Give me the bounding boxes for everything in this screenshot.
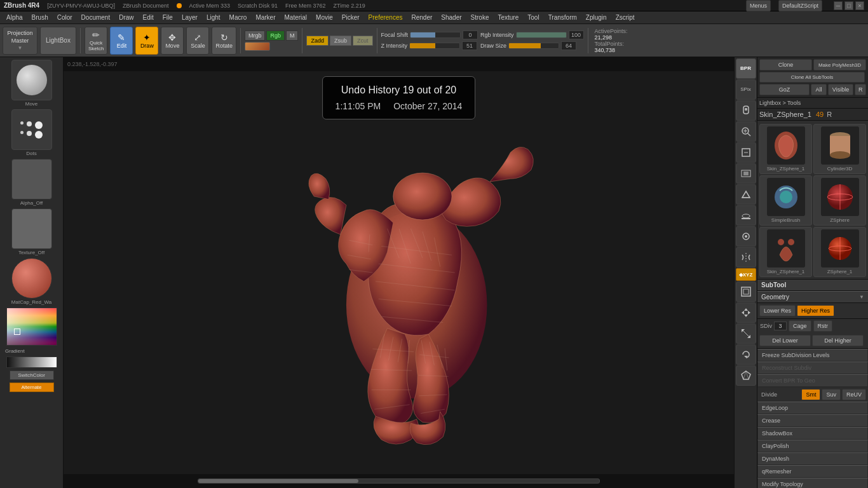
matcap-icon[interactable] xyxy=(11,258,52,299)
rgb-intensity-slider[interactable] xyxy=(516,32,567,38)
rotate-button[interactable]: ↻ Rotate xyxy=(212,27,236,55)
menu-movie[interactable]: Movie xyxy=(312,13,337,22)
menu-marker[interactable]: Marker xyxy=(252,13,279,22)
scale-vert-button[interactable] xyxy=(736,323,756,344)
all-button[interactable]: All xyxy=(811,84,827,95)
freeze-subdiv-button[interactable]: Freeze SubDivision Levels xyxy=(757,349,868,362)
local-button[interactable] xyxy=(736,226,756,247)
move-button[interactable]: ✥ Move xyxy=(161,27,184,55)
thumb-skin-zsphere-1a[interactable]: Skin_ZSphere_1 xyxy=(759,124,812,174)
menu-alpha[interactable]: Alpha xyxy=(3,13,27,22)
menu-document[interactable]: Document xyxy=(78,13,114,22)
higher-res-button[interactable]: Higher Res xyxy=(797,305,834,316)
spix-button[interactable]: SPix xyxy=(736,79,756,100)
menu-stroke[interactable]: Stroke xyxy=(467,13,493,22)
suv-button[interactable]: Suv xyxy=(822,389,841,400)
color-picker[interactable] xyxy=(6,308,57,346)
scale-button[interactable]: ⤢ Scale xyxy=(186,27,209,55)
draw-size-slider[interactable] xyxy=(508,43,559,49)
zcut-button[interactable]: Zcut xyxy=(353,36,373,46)
del-lower-button[interactable]: Del Lower xyxy=(759,335,811,346)
menu-color[interactable]: Color xyxy=(53,13,76,22)
alternate-button[interactable]: Alternate xyxy=(10,383,54,392)
move-tool-icon[interactable] xyxy=(11,60,52,100)
reuv-button[interactable]: ReUV xyxy=(842,389,866,400)
dynamesh-button[interactable]: DynaMesh xyxy=(757,452,868,465)
actual-button[interactable] xyxy=(736,142,756,163)
make-polymesh-button[interactable]: Make PolyMesh3D xyxy=(813,59,866,71)
maximize-btn[interactable]: □ xyxy=(844,1,853,10)
menu-zscript[interactable]: Zscript xyxy=(612,13,639,22)
thumb-cylinder3d[interactable]: Cylinder3D xyxy=(813,124,866,174)
floor-button[interactable] xyxy=(736,205,756,226)
aahalf-button[interactable] xyxy=(736,163,756,184)
menu-texture[interactable]: Texture xyxy=(494,13,522,22)
switch-color-button[interactable]: SwitchColor xyxy=(10,370,54,380)
menu-file[interactable]: File xyxy=(159,13,177,22)
clone-button[interactable]: Clone xyxy=(759,59,812,71)
thumb-zsphere[interactable]: ZSphere xyxy=(813,175,866,226)
draw-button[interactable]: ✦ Draw xyxy=(135,27,158,55)
menu-edit[interactable]: Edit xyxy=(139,13,158,22)
clone-all-subtools-button[interactable]: Clone All SubTools xyxy=(759,72,865,83)
menu-zplugin[interactable]: Zplugin xyxy=(582,13,611,22)
crease-button[interactable]: Crease xyxy=(757,414,868,427)
visible-button[interactable]: Visible xyxy=(828,84,853,95)
qremesher-button[interactable]: qRemesher xyxy=(757,465,868,478)
thumb-zsphere-1[interactable]: ZSphere_1 xyxy=(813,227,866,277)
z-intensity-slider[interactable] xyxy=(409,43,460,49)
menu-brush[interactable]: Brush xyxy=(28,13,52,22)
menu-render[interactable]: Render xyxy=(408,13,437,22)
lower-res-button[interactable]: Lower Res xyxy=(759,305,796,316)
shadowbox-button[interactable]: ShadowBox xyxy=(757,427,868,440)
rstr-button[interactable]: Rstr xyxy=(813,320,833,332)
zsub-button[interactable]: Zsub xyxy=(330,36,351,46)
menu-light[interactable]: Light xyxy=(203,13,224,22)
subtool-header[interactable]: SubTool xyxy=(757,280,868,291)
frame-button[interactable] xyxy=(736,281,756,302)
texture-icon[interactable] xyxy=(11,208,52,249)
menu-tool[interactable]: Tool xyxy=(524,13,543,22)
edit-button[interactable]: ✎ Edit xyxy=(110,27,133,55)
m-button[interactable]: M xyxy=(286,30,299,41)
lightbox-button[interactable]: LightBox xyxy=(40,27,76,55)
model-area[interactable] xyxy=(64,71,734,474)
geometry-section-header[interactable]: Geometry ▼ xyxy=(757,291,868,303)
menu-picker[interactable]: Picker xyxy=(338,13,363,22)
lightbox-link[interactable]: Lightbox > Tools xyxy=(757,98,868,109)
menu-layer[interactable]: Layer xyxy=(178,13,201,22)
timeline-bar[interactable] xyxy=(198,478,600,484)
polyf-button[interactable] xyxy=(736,365,756,386)
minimize-btn[interactable]: ─ xyxy=(834,1,843,10)
default-zscript-button[interactable]: DefaultZScript xyxy=(778,0,822,11)
close-btn[interactable]: × xyxy=(855,1,864,10)
dots-brush-icon[interactable] xyxy=(11,109,52,150)
reconstruct-subdiv-button[interactable]: Reconstruct Subdiv xyxy=(757,362,868,374)
mrgb-button[interactable]: Mrgb xyxy=(245,30,266,41)
gradient-swatch[interactable] xyxy=(6,356,57,368)
menu-transform[interactable]: Transform xyxy=(545,13,581,22)
color-swatch[interactable] xyxy=(245,42,270,51)
scroll-button[interactable] xyxy=(736,100,756,121)
convert-bpr-geo-button[interactable]: Convert BPR To Geo xyxy=(757,374,868,387)
menu-material[interactable]: Material xyxy=(281,13,311,22)
thumb-simplebrush[interactable]: SimpleBrush xyxy=(759,175,812,226)
cage-button[interactable]: Cage xyxy=(789,320,811,332)
menus-button[interactable]: Menus xyxy=(746,0,771,11)
rotate-vert-button[interactable] xyxy=(736,344,756,365)
bpr-button[interactable]: BPR xyxy=(736,58,756,79)
thumb-skin-zsphere-1b[interactable]: Skin_ZSphere_1 xyxy=(759,227,812,277)
menu-draw[interactable]: Draw xyxy=(115,13,137,22)
focal-shift-slider[interactable] xyxy=(410,32,461,38)
quick-sketch-button[interactable]: ✏ QuickSketch xyxy=(85,27,107,55)
goz-button[interactable]: GoZ xyxy=(759,84,810,95)
alpha-icon[interactable] xyxy=(11,159,52,200)
r-button[interactable]: R xyxy=(855,84,866,95)
modify-topology-button[interactable]: Modify Topology xyxy=(757,478,868,488)
edgeloop-button[interactable]: EdgeLoop xyxy=(757,402,868,414)
zadd-button[interactable]: Zadd xyxy=(306,36,329,46)
menu-shader[interactable]: Shader xyxy=(437,13,465,22)
projection-master-button[interactable]: ProjectionMaster ▼ xyxy=(3,27,37,55)
move-vert-button[interactable] xyxy=(736,302,756,323)
persp-button[interactable] xyxy=(736,184,756,205)
